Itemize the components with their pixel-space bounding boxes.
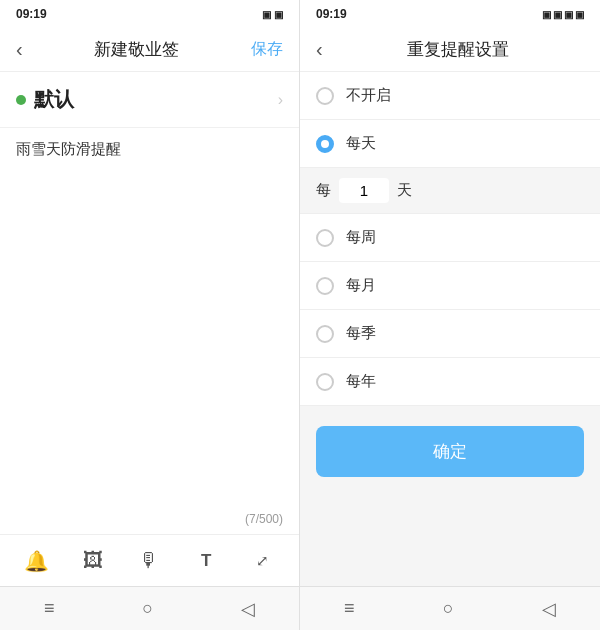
option-weekly-label: 每周 xyxy=(346,228,376,247)
nav-bar-right: ‹ 重复提醒设置 xyxy=(300,28,600,72)
status-bar-right: 09:19 ▣ ▣ ▣ ▣ xyxy=(300,0,600,28)
nav-bottom-right: ≡ ○ ◁ xyxy=(300,586,600,630)
radio-daily-inner xyxy=(321,140,329,148)
daily-suffix: 天 xyxy=(397,181,412,200)
bottom-nav-home-right[interactable]: ○ xyxy=(443,598,454,619)
daily-prefix: 每 xyxy=(316,181,331,200)
option-yearly[interactable]: 每年 xyxy=(300,358,600,406)
save-button[interactable]: 保存 xyxy=(251,39,283,60)
green-dot-icon xyxy=(16,95,26,105)
status-bar-left: 09:19 ▣ ▣ xyxy=(0,0,299,28)
bottom-nav-menu-right[interactable]: ≡ xyxy=(344,598,355,619)
bottom-nav-menu-left[interactable]: ≡ xyxy=(44,598,55,619)
daily-expanded-row: 每 天 xyxy=(300,168,600,214)
option-quarterly-label: 每季 xyxy=(346,324,376,343)
radio-weekly xyxy=(316,229,334,247)
option-daily[interactable]: 每天 xyxy=(300,120,600,168)
image-icon[interactable]: 🖼 xyxy=(73,541,113,581)
bottom-nav-back-left[interactable]: ◁ xyxy=(241,598,255,620)
option-monthly-label: 每月 xyxy=(346,276,376,295)
radio-yearly xyxy=(316,373,334,391)
nav-title-right: 重复提醒设置 xyxy=(333,38,584,61)
left-panel: 09:19 ▣ ▣ ‹ 新建敬业签 保存 默认 › 雨雪天防滑提醒 (7/500… xyxy=(0,0,300,630)
default-label: 默认 xyxy=(16,86,74,113)
bottom-nav-back-right[interactable]: ◁ xyxy=(542,598,556,620)
mic-icon[interactable]: 🎙 xyxy=(129,541,169,581)
bottom-toolbar: 🔔 🖼 🎙 T ⤢ xyxy=(0,534,299,586)
time-right: 09:19 xyxy=(316,7,347,21)
option-quarterly[interactable]: 每季 xyxy=(300,310,600,358)
options-list: 不开启 每天 每 天 每周 每月 每季 xyxy=(300,72,600,586)
signal-icons-right: ▣ ▣ ▣ ▣ xyxy=(542,9,584,20)
note-input[interactable]: 雨雪天防滑提醒 xyxy=(16,140,283,220)
chevron-right-icon: › xyxy=(278,91,283,109)
nav-bottom-left: ≡ ○ ◁ xyxy=(0,586,299,630)
text-area-wrapper: 雨雪天防滑提醒 (7/500) xyxy=(0,128,299,534)
radio-monthly xyxy=(316,277,334,295)
bell-icon[interactable]: 🔔 xyxy=(16,541,56,581)
radio-quarterly xyxy=(316,325,334,343)
option-monthly[interactable]: 每月 xyxy=(300,262,600,310)
right-panel: 09:19 ▣ ▣ ▣ ▣ ‹ 重复提醒设置 不开启 每天 每 天 xyxy=(300,0,600,630)
expand-icon[interactable]: ⤢ xyxy=(243,541,283,581)
bottom-nav-home-left[interactable]: ○ xyxy=(142,598,153,619)
back-button-left[interactable]: ‹ xyxy=(16,38,23,61)
option-weekly[interactable]: 每周 xyxy=(300,214,600,262)
back-button-right[interactable]: ‹ xyxy=(316,38,323,61)
default-row[interactable]: 默认 › xyxy=(0,72,299,128)
nav-bar-left: ‹ 新建敬业签 保存 xyxy=(0,28,299,72)
radio-daily xyxy=(316,135,334,153)
char-count: (7/500) xyxy=(245,512,283,526)
confirm-button[interactable]: 确定 xyxy=(316,426,584,477)
option-yearly-label: 每年 xyxy=(346,372,376,391)
signal-icons-left: ▣ ▣ xyxy=(262,9,283,20)
option-off-label: 不开启 xyxy=(346,86,391,105)
daily-interval-input[interactable] xyxy=(339,178,389,203)
time-left: 09:19 xyxy=(16,7,47,21)
text-icon[interactable]: T xyxy=(186,541,226,581)
radio-off xyxy=(316,87,334,105)
option-off[interactable]: 不开启 xyxy=(300,72,600,120)
nav-title-left: 新建敬业签 xyxy=(94,38,179,61)
option-daily-label: 每天 xyxy=(346,134,376,153)
